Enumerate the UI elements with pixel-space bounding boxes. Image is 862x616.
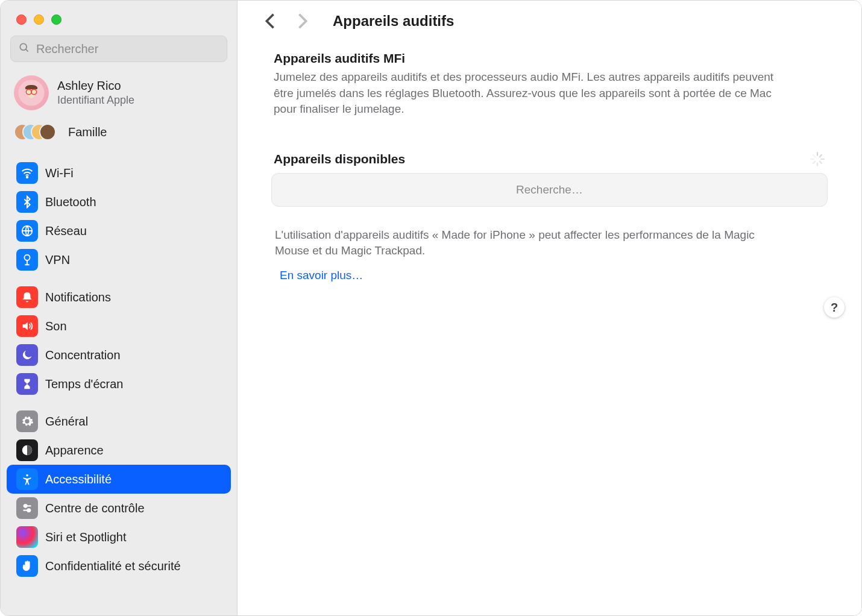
sidebar-item-label: Siri et Spotlight — [45, 530, 127, 544]
minimize-button[interactable] — [34, 14, 44, 25]
sidebar-item-label: Son — [45, 319, 67, 333]
hourglass-icon — [16, 373, 38, 395]
page-title: Appareils auditifs — [333, 13, 454, 30]
speaker-icon — [16, 315, 38, 337]
help-button[interactable]: ? — [824, 297, 845, 318]
search-field[interactable] — [10, 36, 227, 62]
learn-more-link[interactable]: En savoir plus… — [280, 268, 363, 284]
sidebar-item-notifications[interactable]: Notifications — [7, 283, 231, 312]
sidebar-item-label: VPN — [45, 253, 70, 267]
apple-id-row[interactable]: Ashley Rico Identifiant Apple — [1, 72, 237, 118]
svg-point-13 — [27, 509, 30, 512]
mfi-section: Appareils auditifs MFi Jumelez des appar… — [262, 51, 804, 118]
svg-point-11 — [24, 504, 27, 508]
globe-icon — [16, 220, 38, 242]
sidebar-item-label: Réseau — [45, 224, 87, 238]
family-label: Famille — [68, 125, 107, 139]
sidebar-item-siri[interactable]: Siri et Spotlight — [7, 523, 231, 552]
close-button[interactable] — [16, 14, 27, 25]
search-icon — [18, 42, 30, 56]
sidebar-item-label: Bluetooth — [45, 195, 96, 209]
svg-point-7 — [24, 255, 30, 260]
sidebar-item-bluetooth[interactable]: Bluetooth — [7, 187, 231, 216]
sidebar-item-appearance[interactable]: Apparence — [7, 436, 231, 465]
account-subtitle: Identifiant Apple — [57, 94, 134, 107]
sidebar-item-focus[interactable]: Concentration — [7, 341, 231, 369]
forward-button[interactable] — [294, 13, 311, 30]
svg-line-16 — [820, 155, 822, 157]
siri-icon — [16, 526, 38, 548]
spinner-icon — [810, 151, 825, 167]
back-button[interactable] — [262, 13, 278, 30]
sidebar-item-label: Temps d'écran — [45, 377, 123, 391]
footnote: L'utilisation d'appareils auditifs « Mad… — [262, 227, 792, 284]
moon-icon — [16, 344, 38, 366]
section-title: Appareils auditifs MFi — [274, 51, 792, 66]
gear-icon — [16, 410, 38, 432]
accessibility-icon — [16, 468, 38, 490]
content: Appareils auditifs Appareils auditifs MF… — [238, 1, 861, 615]
family-row[interactable]: Famille — [1, 118, 237, 150]
sidebar-item-label: Notifications — [45, 291, 111, 304]
help-icon: ? — [831, 301, 838, 315]
account-name: Ashley Rico — [57, 79, 134, 93]
svg-point-14 — [22, 532, 33, 542]
footnote-text: L'utilisation d'appareils auditifs « Mad… — [275, 228, 755, 257]
sidebar-item-label: Wi-Fi — [45, 166, 74, 180]
sidebar-item-control-center[interactable]: Centre de contrôle — [7, 494, 231, 523]
sidebar-item-network[interactable]: Réseau — [7, 216, 231, 245]
sidebar-item-sound[interactable]: Son — [7, 312, 231, 341]
settings-window: Ashley Rico Identifiant Apple Famille Wi… — [0, 0, 862, 616]
window-controls — [1, 1, 237, 36]
sidebar-item-accessibility[interactable]: Accessibilité — [7, 465, 231, 494]
sidebar-item-vpn[interactable]: VPN — [7, 245, 231, 274]
sidebar-item-label: Concentration — [45, 348, 121, 362]
svg-point-0 — [20, 43, 27, 50]
svg-point-9 — [26, 474, 28, 477]
family-avatars-icon — [14, 121, 56, 143]
sidebar-item-label: Apparence — [45, 444, 104, 457]
sidebar: Ashley Rico Identifiant Apple Famille Wi… — [1, 1, 238, 615]
sidebar-item-wifi[interactable]: Wi-Fi — [7, 159, 231, 187]
header: Appareils auditifs — [262, 13, 837, 30]
svg-line-1 — [26, 49, 28, 52]
appearance-icon — [16, 439, 38, 461]
sidebar-item-label: Centre de contrôle — [45, 501, 145, 515]
available-devices-header: Appareils disponibles — [262, 151, 837, 173]
bluetooth-icon — [16, 191, 38, 213]
avatar — [14, 75, 49, 110]
search-input[interactable] — [35, 42, 219, 57]
sidebar-item-screentime[interactable]: Temps d'écran — [7, 369, 231, 398]
vpn-icon — [16, 249, 38, 271]
searching-label: Recherche… — [516, 183, 583, 196]
wifi-icon — [16, 162, 38, 184]
sliders-icon — [16, 497, 38, 519]
sidebar-item-general[interactable]: Général — [7, 407, 231, 436]
sidebar-item-label: Accessibilité — [45, 473, 112, 486]
svg-line-20 — [813, 162, 815, 163]
svg-line-22 — [813, 155, 815, 157]
zoom-button[interactable] — [51, 14, 61, 25]
bell-icon — [16, 286, 38, 308]
sidebar-item-label: Général — [45, 415, 88, 429]
hand-icon — [16, 555, 38, 577]
sidebar-item-privacy[interactable]: Confidentialité et sécurité — [7, 552, 231, 580]
available-devices-card: Recherche… — [271, 173, 828, 207]
available-devices-title: Appareils disponibles — [274, 152, 405, 166]
section-description: Jumelez des appareils auditifs et des pr… — [274, 69, 792, 118]
svg-point-5 — [27, 177, 28, 178]
sidebar-item-label: Confidentialité et sécurité — [45, 559, 181, 573]
svg-line-18 — [820, 162, 822, 163]
